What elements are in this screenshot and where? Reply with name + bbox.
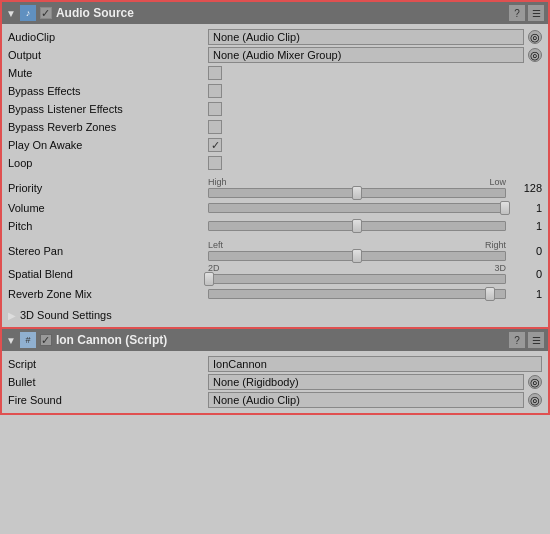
stereo-slider-container: Left Right [208, 240, 506, 261]
spatial-number: 0 [510, 268, 542, 280]
bypass-listener-label: Bypass Listener Effects [8, 103, 208, 115]
loop-label: Loop [8, 157, 208, 169]
bullet-value: None (Rigidbody) ◎ [208, 374, 542, 390]
bypass-listener-value [208, 102, 542, 116]
output-label: Output [8, 49, 208, 61]
reverb-slider-thumb[interactable] [485, 287, 495, 301]
bypass-reverb-row: Bypass Reverb Zones [2, 118, 548, 136]
volume-slider-thumb[interactable] [500, 201, 510, 215]
sound-settings-section[interactable]: ▶ 3D Sound Settings [2, 307, 548, 323]
stereo-number: 0 [510, 245, 542, 257]
fire-sound-value: None (Audio Clip) ◎ [208, 392, 542, 408]
ion-panel-header-icons: ? ☰ [509, 332, 544, 348]
bullet-circle-btn[interactable]: ◎ [528, 375, 542, 389]
bypass-effects-checkbox[interactable] [208, 84, 222, 98]
audioclip-circle-btn[interactable]: ◎ [528, 30, 542, 44]
spatial-labels: 2D 3D [208, 263, 506, 273]
mute-value [208, 66, 542, 80]
ion-cannon-header: ▼ # ✓ Ion Cannon (Script) ? ☰ [2, 329, 548, 351]
script-label: Script [8, 358, 208, 370]
panel-header-icons: ? ☰ [509, 5, 544, 21]
reverb-number: 1 [510, 288, 542, 300]
stereo-slider-thumb[interactable] [352, 249, 362, 263]
mute-checkbox[interactable] [208, 66, 222, 80]
stereo-pan-value: Left Right 0 [208, 240, 542, 261]
priority-slider-container: High Low [208, 177, 506, 198]
bypass-effects-label: Bypass Effects [8, 85, 208, 97]
audioclip-row: AudioClip None (Audio Clip) ◎ [2, 28, 548, 46]
bullet-dropdown[interactable]: None (Rigidbody) [208, 374, 524, 390]
reverb-zone-label: Reverb Zone Mix [8, 288, 208, 300]
volume-slider-container [208, 203, 506, 213]
audio-icon: ♪ [20, 5, 36, 21]
fire-sound-circle-btn[interactable]: ◎ [528, 393, 542, 407]
script-field: IonCannon [208, 356, 542, 372]
play-on-awake-label: Play On Awake [8, 139, 208, 151]
bypass-reverb-label: Bypass Reverb Zones [8, 121, 208, 133]
play-on-awake-row: Play On Awake ✓ [2, 136, 548, 154]
play-on-awake-checkbox[interactable]: ✓ [208, 138, 222, 152]
ion-settings-icon[interactable]: ☰ [528, 332, 544, 348]
reverb-slider-container [208, 289, 506, 299]
ion-fold-arrow[interactable]: ▼ [6, 335, 16, 346]
play-on-awake-value: ✓ [208, 138, 542, 152]
bypass-listener-row: Bypass Listener Effects [2, 100, 548, 118]
volume-row: Volume 1 [2, 199, 548, 217]
stereo-slider-track[interactable] [208, 251, 506, 261]
loop-value [208, 156, 542, 170]
fire-sound-label: Fire Sound [8, 394, 208, 406]
volume-label: Volume [8, 202, 208, 214]
output-value: None (Audio Mixer Group) ◎ [208, 47, 542, 63]
priority-slider-thumb[interactable] [352, 186, 362, 200]
priority-slider-track[interactable] [208, 188, 506, 198]
help-icon[interactable]: ? [509, 5, 525, 21]
script-row: Script IonCannon [2, 355, 548, 373]
priority-row: Priority High Low 128 [2, 176, 548, 199]
volume-slider-track[interactable] [208, 203, 506, 213]
stereo-pan-row: Stereo Pan Left Right 0 [2, 239, 548, 262]
spatial-slider-thumb[interactable] [204, 272, 214, 286]
output-dropdown[interactable]: None (Audio Mixer Group) [208, 47, 524, 63]
spatial-slider-track[interactable] [208, 274, 506, 284]
priority-value: High Low 128 [208, 177, 542, 198]
priority-number: 128 [510, 182, 542, 194]
stereo-pan-label: Stereo Pan [8, 245, 208, 257]
sound-settings-fold[interactable]: ▶ [8, 310, 16, 321]
pitch-slider-track[interactable] [208, 221, 506, 231]
bypass-reverb-value [208, 120, 542, 134]
reverb-zone-row: Reverb Zone Mix 1 [2, 285, 548, 303]
bypass-effects-value [208, 84, 542, 98]
pitch-label: Pitch [8, 220, 208, 232]
audio-source-panel: ▼ ♪ ✓ Audio Source ? ☰ AudioClip None (A… [0, 0, 550, 329]
ion-help-icon[interactable]: ? [509, 332, 525, 348]
spatial-blend-label: Spatial Blend [8, 268, 208, 280]
ion-active-toggle[interactable]: ✓ [40, 334, 52, 346]
mute-row: Mute [2, 64, 548, 82]
script-icon: # [20, 332, 36, 348]
output-circle-btn[interactable]: ◎ [528, 48, 542, 62]
spatial-slider-container: 2D 3D [208, 263, 506, 284]
volume-number: 1 [510, 202, 542, 214]
fire-sound-row: Fire Sound None (Audio Clip) ◎ [2, 391, 548, 409]
reverb-slider-track[interactable] [208, 289, 506, 299]
sound-settings-label: 3D Sound Settings [20, 309, 112, 321]
active-toggle[interactable]: ✓ [40, 7, 52, 19]
output-row: Output None (Audio Mixer Group) ◎ [2, 46, 548, 64]
pitch-slider-thumb[interactable] [352, 219, 362, 233]
audio-source-body: AudioClip None (Audio Clip) ◎ Output Non… [2, 24, 548, 327]
fire-sound-dropdown[interactable]: None (Audio Clip) [208, 392, 524, 408]
pitch-number: 1 [510, 220, 542, 232]
bullet-label: Bullet [8, 376, 208, 388]
fold-arrow[interactable]: ▼ [6, 8, 16, 19]
settings-icon[interactable]: ☰ [528, 5, 544, 21]
spatial-blend-value: 2D 3D 0 [208, 263, 542, 284]
ion-panel-title: Ion Cannon (Script) [56, 333, 167, 347]
spatial-blend-row: Spatial Blend 2D 3D 0 [2, 262, 548, 285]
bypass-reverb-checkbox[interactable] [208, 120, 222, 134]
bypass-listener-checkbox[interactable] [208, 102, 222, 116]
loop-row: Loop [2, 154, 548, 172]
audio-source-header: ▼ ♪ ✓ Audio Source ? ☰ [2, 2, 548, 24]
ion-cannon-panel: ▼ # ✓ Ion Cannon (Script) ? ☰ Script Ion… [0, 329, 550, 415]
audioclip-dropdown[interactable]: None (Audio Clip) [208, 29, 524, 45]
loop-checkbox[interactable] [208, 156, 222, 170]
